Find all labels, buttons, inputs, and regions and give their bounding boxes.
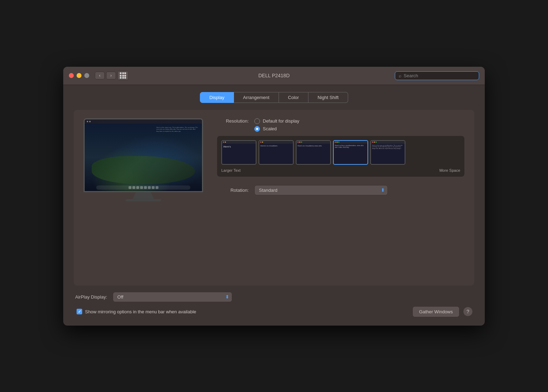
airplay-label: AirPlay Display: — [75, 294, 107, 300]
window-title: DELL P2418D — [259, 73, 290, 78]
rotation-label: Rotation: — [217, 188, 249, 193]
traffic-lights — [69, 73, 89, 78]
display-panel: Here's to the crazy ones. The troublemak… — [74, 110, 474, 286]
minimize-button[interactable] — [77, 73, 81, 78]
preview-content: Here's to the crazy one troublemakers. T… — [371, 144, 405, 151]
monitor-stand — [133, 192, 154, 199]
rotation-select[interactable]: Standard 90° 180° 270° — [254, 185, 388, 195]
res-preview-3[interactable]: Here's to t troublema ones who — [296, 140, 331, 165]
island-shape — [92, 156, 195, 184]
mirroring-checkbox-label: Show mirroring options in the menu bar w… — [85, 309, 196, 314]
bottom-footer: ✓ Show mirroring options in the menu bar… — [74, 306, 474, 317]
main-window: ‹ › DELL P2418D ⌕ Display Arrangement Co… — [63, 67, 485, 326]
search-icon: ⌕ — [399, 73, 402, 78]
nav-buttons: ‹ › — [95, 72, 116, 79]
preview-menubar — [222, 141, 256, 144]
display-preview: Here's to the crazy ones. The troublemak… — [84, 118, 203, 201]
airplay-select[interactable]: Off — [113, 292, 232, 302]
panel-inner: Here's to the crazy ones. The troublemak… — [84, 118, 464, 201]
monitor-screen: Here's to the crazy ones. The troublemak… — [85, 119, 202, 191]
resolution-options-panel: Here's Here's to troublem — [217, 136, 464, 177]
content-area: Display Arrangement Color Night Shift — [63, 85, 485, 326]
more-space-label: More Space — [439, 168, 460, 172]
dock-item — [144, 186, 147, 189]
preview-dot-red — [298, 142, 299, 143]
bottom-right-buttons: Gather Windows ? — [412, 306, 473, 317]
close-button[interactable] — [69, 73, 74, 78]
dock-item — [156, 186, 158, 189]
radio-default[interactable]: Default for display — [254, 118, 299, 124]
dock-item — [152, 186, 155, 189]
tab-bar: Display Arrangement Color Night Shift — [74, 92, 474, 103]
airplay-select-wrapper: Off ⬍ — [113, 292, 232, 302]
preview-dot-red — [335, 142, 336, 143]
maximize-button[interactable] — [84, 73, 89, 78]
island-background — [85, 124, 202, 191]
preview-dot-green — [338, 142, 339, 143]
grid-view-button[interactable] — [117, 71, 129, 80]
larger-text-label: Larger Text — [221, 168, 241, 172]
preview-content: Here's to the cr troublemakers. ones who… — [334, 144, 367, 150]
preview-dot-red — [223, 142, 224, 143]
dock-item — [129, 186, 131, 189]
rotation-select-wrapper: Standard 90° 180° 270° ⬍ — [254, 185, 388, 195]
grid-icon — [120, 72, 126, 79]
help-button[interactable]: ? — [463, 307, 473, 316]
radio-default-circle — [254, 118, 260, 124]
screen-text-overlay: Here's to the crazy ones. The troublemak… — [156, 126, 198, 132]
preview-content: Here's to t troublema ones who — [296, 144, 330, 148]
mirroring-checkbox-row: ✓ Show mirroring options in the menu bar… — [75, 309, 198, 314]
preview-dot-yellow — [337, 142, 338, 143]
resolution-label: Resolution: — [217, 118, 249, 124]
preview-menubar — [371, 141, 405, 144]
radio-scaled[interactable]: Scaled — [254, 126, 277, 132]
preview-dot-yellow — [262, 142, 263, 143]
checkmark-icon: ✓ — [78, 309, 81, 314]
preview-menubar — [296, 141, 330, 144]
titlebar: ‹ › DELL P2418D ⌕ — [63, 67, 485, 85]
preview-dot-green — [301, 142, 302, 143]
monitor-frame: Here's to the crazy ones. The troublemak… — [84, 118, 203, 192]
res-preview-1[interactable]: Here's — [221, 140, 256, 165]
gather-windows-button[interactable]: Gather Windows — [412, 306, 459, 317]
search-box[interactable]: ⌕ — [395, 71, 479, 80]
tab-display[interactable]: Display — [200, 92, 234, 103]
menu-dot-2 — [89, 121, 91, 122]
preview-dot-yellow — [374, 142, 375, 143]
res-preview-5[interactable]: Here's to the crazy one troublemakers. T… — [370, 140, 405, 165]
search-input[interactable] — [404, 73, 475, 78]
preview-dot-red — [372, 142, 373, 143]
dock-item — [132, 186, 135, 189]
dock-bar — [96, 185, 190, 190]
radio-scaled-label: Scaled — [263, 126, 277, 131]
preview-content: Here's — [222, 144, 256, 150]
radio-default-label: Default for display — [263, 118, 299, 124]
tab-color[interactable]: Color — [279, 92, 308, 103]
tab-night-shift[interactable]: Night Shift — [308, 92, 348, 103]
resolution-scaled-row: Scaled — [254, 126, 464, 132]
dock-item — [148, 186, 151, 189]
back-button[interactable]: ‹ — [95, 72, 105, 79]
preview-dot-yellow — [299, 142, 300, 143]
menu-dot-1 — [87, 121, 88, 122]
resolution-section: Resolution: Default for display Scaled — [217, 118, 464, 195]
res-preview-2[interactable]: Here's to troublem — [259, 140, 294, 165]
mirroring-checkbox[interactable]: ✓ — [77, 309, 82, 314]
radio-scaled-circle — [254, 126, 260, 132]
res-label-row: Larger Text More Space — [221, 168, 460, 172]
preview-dot-red — [260, 142, 261, 143]
res-preview-4[interactable]: Here's to the cr troublemakers. ones who… — [333, 140, 368, 165]
dock-item — [136, 186, 139, 189]
forward-button[interactable]: › — [106, 72, 116, 79]
tab-arrangement[interactable]: Arrangement — [234, 92, 279, 103]
preview-menubar — [259, 141, 293, 144]
monitor-base — [126, 199, 161, 201]
dock-item — [140, 186, 143, 189]
preview-content: Here's to troublem — [259, 144, 293, 149]
res-previews: Here's Here's to troublem — [221, 140, 460, 165]
preview-menubar — [334, 141, 367, 144]
preview-dot-green — [376, 142, 377, 143]
rotation-row: Rotation: Standard 90° 180° 270° ⬍ — [217, 185, 464, 195]
preview-dot-yellow — [225, 142, 226, 143]
monitor-menubar — [85, 119, 202, 124]
